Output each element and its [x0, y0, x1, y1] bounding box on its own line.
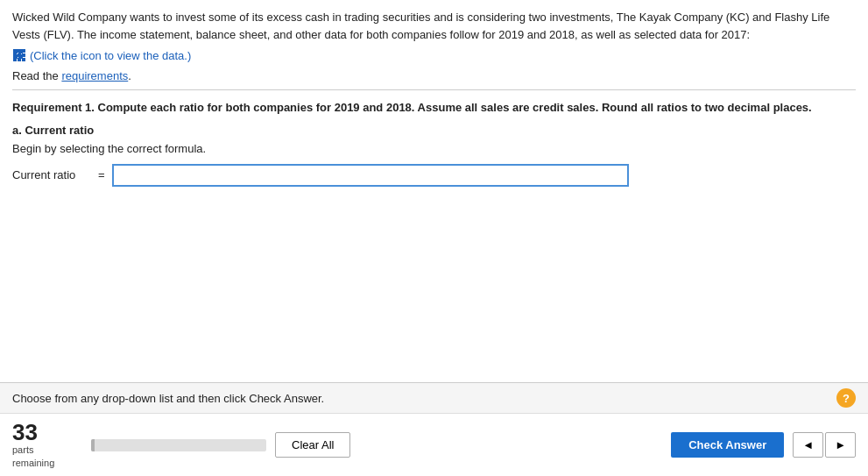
bottom-info-bar: Choose from any drop-down list and then … [0, 382, 868, 413]
svg-rect-5 [13, 49, 17, 53]
parts-label: partsremaining [12, 444, 82, 469]
svg-rect-12 [18, 58, 21, 61]
progress-bar-fill [91, 439, 95, 451]
svg-rect-9 [18, 53, 21, 57]
svg-rect-8 [13, 53, 17, 57]
instruction-text: Begin by selecting the correct formula. [12, 142, 856, 155]
clear-all-button[interactable]: Clear All [275, 432, 350, 458]
bottom-action-bar: 33 partsremaining Clear All Check Answer… [0, 413, 868, 476]
equals-sign: = [98, 168, 105, 181]
requirement-block: Requirement 1. Compute each ratio for bo… [12, 99, 856, 187]
svg-rect-13 [22, 58, 25, 61]
parts-remaining-block: 33 partsremaining [12, 421, 82, 469]
requirements-line: Read the requirements. [12, 69, 856, 82]
requirements-link[interactable]: requirements [61, 69, 128, 82]
sub-requirement-label: a. Current ratio [12, 124, 856, 137]
help-button[interactable]: ? [836, 388, 856, 408]
parts-number: 33 [12, 421, 82, 444]
svg-rect-7 [22, 49, 25, 53]
formula-label: Current ratio [12, 168, 91, 181]
section-divider [12, 89, 856, 90]
formula-row: Current ratio = [12, 164, 856, 187]
req-label: Requirement 1. [12, 101, 95, 114]
view-data-link-label: (Click the icon to view the data.) [30, 49, 191, 62]
nav-next-button[interactable]: ► [825, 432, 856, 458]
grid-icon [12, 48, 26, 62]
main-content: Wicked Wild Company wants to invest some… [0, 0, 868, 382]
svg-rect-6 [18, 49, 21, 53]
bottom-info-text: Choose from any drop-down list and then … [12, 392, 324, 405]
progress-bar [91, 439, 266, 451]
req-suffix: . [128, 69, 131, 82]
req-prefix: Read the [12, 69, 61, 82]
svg-rect-10 [22, 53, 25, 57]
svg-rect-11 [13, 58, 17, 61]
view-data-link[interactable]: (Click the icon to view the data.) [12, 48, 191, 62]
nav-buttons: ◄ ► [793, 432, 856, 458]
requirement-title: Requirement 1. Compute each ratio for bo… [12, 99, 856, 117]
req-title-rest: Compute each ratio for both companies fo… [95, 101, 812, 114]
intro-paragraph: Wicked Wild Company wants to invest some… [12, 9, 856, 43]
nav-prev-button[interactable]: ◄ [793, 432, 823, 458]
formula-input[interactable] [112, 164, 629, 187]
check-answer-button[interactable]: Check Answer [671, 432, 784, 458]
